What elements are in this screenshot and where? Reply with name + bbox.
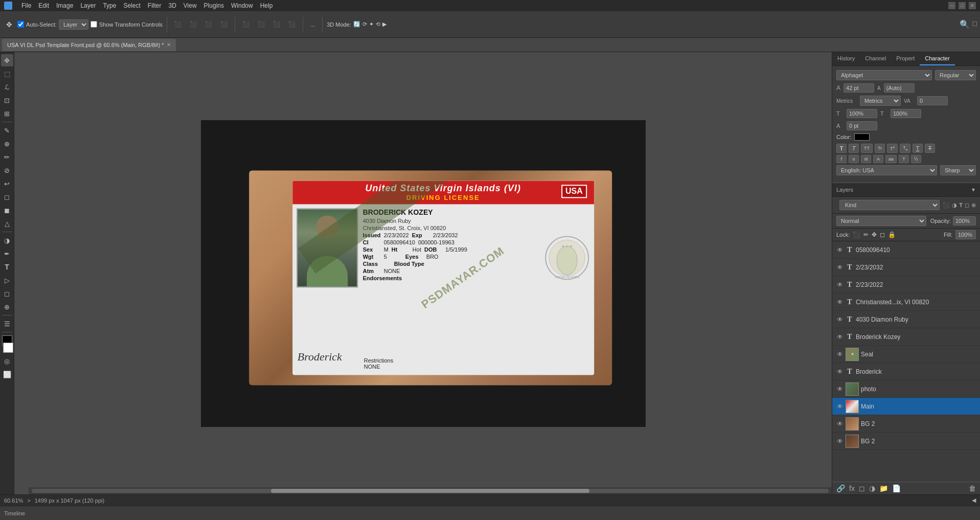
font-size-input[interactable] (844, 83, 874, 93)
filter-type-icon[interactable]: T (959, 202, 963, 209)
expand-icon[interactable]: ◀ (972, 497, 976, 504)
format-italic[interactable]: T (849, 144, 859, 153)
text-btn[interactable]: T (1, 261, 13, 273)
eraser-btn[interactable]: ◻ (1, 191, 13, 203)
layer-vis-seal[interactable]: 👁 (836, 351, 844, 358)
menu-window[interactable]: Window (231, 2, 253, 9)
va-input[interactable] (917, 96, 948, 105)
layer-item-exp[interactable]: 👁 T 2/23/2032 (832, 259, 980, 276)
scale-h-input[interactable] (847, 109, 877, 118)
maximize-button[interactable]: □ (959, 2, 966, 9)
layer-adj-btn[interactable]: ◑ (869, 484, 875, 492)
layer-item-name[interactable]: 👁 T Broderick Kozey (832, 328, 980, 346)
gradient-btn[interactable]: ◼ (1, 204, 13, 216)
path-select-btn[interactable]: ▷ (1, 274, 13, 286)
pen-btn[interactable]: ✒ (1, 247, 13, 260)
hand-btn[interactable]: ☰ (1, 318, 13, 330)
more-options-button[interactable]: ... (307, 20, 318, 29)
object-select-btn[interactable]: ⊡ (1, 94, 13, 106)
history-brush-btn[interactable]: ↩ (1, 177, 13, 190)
transform-controls-checkbox[interactable] (90, 21, 97, 28)
quick-mask-btn[interactable]: ◎ (1, 355, 13, 367)
format-allcaps[interactable]: TT (861, 144, 873, 153)
align-right-button[interactable]: ⬛ (202, 19, 215, 29)
layer-item-bg2b[interactable]: 👁 BG 2 (832, 433, 980, 450)
format-frac[interactable]: f (836, 155, 847, 163)
status-arrow[interactable]: > (27, 498, 30, 504)
layer-effects-btn[interactable]: fx (849, 484, 855, 492)
lock-all-icon[interactable]: 🔒 (888, 231, 896, 238)
layer-item-photo[interactable]: 👁 photo (832, 380, 980, 398)
format-underline[interactable]: T (913, 144, 923, 153)
fill-input[interactable] (955, 230, 976, 239)
menu-help[interactable]: Help (260, 2, 273, 9)
menu-file[interactable]: File (21, 2, 31, 9)
eyedropper-btn[interactable]: ✎ (1, 124, 13, 137)
menu-select[interactable]: Select (123, 2, 140, 9)
blur-btn[interactable]: △ (1, 217, 13, 230)
clone-btn[interactable]: ⊘ (1, 164, 13, 176)
file-tab[interactable]: USA VI DL Psd Template Front.psd @ 60.6%… (2, 39, 176, 51)
file-tab-close[interactable]: ✕ (167, 42, 171, 48)
workspace-icon[interactable]: □ (973, 19, 977, 29)
menu-3d[interactable]: 3D (168, 2, 176, 9)
3d-mode-icon-2[interactable]: ⟳ (362, 21, 367, 28)
tab-properties[interactable]: Propert (891, 52, 920, 65)
layer-item-signature[interactable]: 👁 T Broderick (832, 363, 980, 380)
sharpness-select[interactable]: Sharp (940, 165, 976, 175)
format-ord[interactable]: o (849, 155, 859, 163)
layer-item-address[interactable]: 👁 T Christiansted...ix, VI 00820 (832, 293, 980, 311)
layer-vis-signature[interactable]: 👁 (836, 368, 844, 375)
filter-adj-icon[interactable]: ◑ (952, 202, 957, 209)
layer-item-bg2a[interactable]: 👁 BG 2 (832, 415, 980, 433)
menu-image[interactable]: Image (56, 2, 73, 9)
layer-vis-0580[interactable]: 👁 (836, 246, 844, 254)
layer-item-seal[interactable]: 👁 ★ Seal (832, 346, 980, 363)
lasso-tool-btn[interactable]: ℒ (1, 81, 13, 93)
distribute-center-button[interactable]: ⬛ (255, 19, 268, 29)
align-left-button[interactable]: ⬛ (171, 19, 185, 29)
menu-edit[interactable]: Edit (38, 2, 49, 9)
layer-vis-bg2b[interactable]: 👁 (836, 438, 844, 445)
baseline-input[interactable] (847, 121, 877, 130)
healing-btn[interactable]: ⊕ (1, 138, 13, 150)
layer-item-issued[interactable]: 👁 T 2/23/2022 (832, 276, 980, 293)
layer-delete-btn[interactable]: 🗑 (969, 484, 976, 492)
layer-vis-exp[interactable]: 👁 (836, 264, 844, 271)
format-sub[interactable]: Ts (900, 144, 910, 153)
lock-position-icon[interactable]: ✥ (872, 231, 877, 238)
background-color[interactable] (3, 343, 13, 353)
blend-mode-select[interactable]: Normal (836, 216, 926, 226)
zoom-btn[interactable]: ⊕ (1, 301, 13, 313)
layer-vis-bg2a[interactable]: 👁 (836, 420, 844, 427)
menu-layer[interactable]: Layer (80, 2, 96, 9)
menu-filter[interactable]: Filter (148, 2, 162, 9)
layer-vis-photo[interactable]: 👁 (836, 386, 844, 393)
3d-mode-icon-1[interactable]: 🔄 (353, 21, 360, 28)
filter-shape-icon[interactable]: ◻ (965, 202, 969, 209)
font-style-select[interactable]: Regular (935, 70, 976, 80)
minimize-button[interactable]: ─ (948, 2, 955, 9)
marquee-tool-btn[interactable]: ⬚ (1, 67, 13, 80)
format-lig[interactable]: st (861, 155, 871, 163)
lock-transparent-icon[interactable]: ⬛ (853, 231, 860, 238)
language-select[interactable]: English: USA (836, 165, 937, 175)
menu-view[interactable]: View (184, 2, 197, 9)
format-bold[interactable]: T (836, 144, 847, 153)
tab-channel[interactable]: Channel (860, 52, 891, 65)
screen-mode-btn[interactable]: ⬜ (1, 368, 13, 380)
tab-character[interactable]: Character (920, 52, 954, 65)
layer-link-btn[interactable]: 🔗 (836, 484, 845, 492)
layer-vis-address[interactable]: 👁 (836, 299, 844, 306)
distribute-spacing-button[interactable]: ⬛ (285, 19, 299, 29)
distribute-top-button[interactable]: ⬛ (239, 19, 253, 29)
layer-item-0580[interactable]: 👁 T 0580096410 (832, 241, 980, 259)
auto-select-checkbox[interactable] (17, 21, 24, 28)
filter-pixel-icon[interactable]: ⬛ (943, 202, 950, 209)
format-aa[interactable]: A (873, 155, 883, 163)
menu-type[interactable]: Type (103, 2, 116, 9)
format-aa2[interactable]: aa (885, 155, 897, 163)
move-tool-btn[interactable]: ✥ (1, 54, 13, 66)
layer-item-street[interactable]: 👁 T 4030 Diamon Ruby (832, 311, 980, 328)
filter-smart-icon[interactable]: ⊕ (971, 202, 976, 209)
